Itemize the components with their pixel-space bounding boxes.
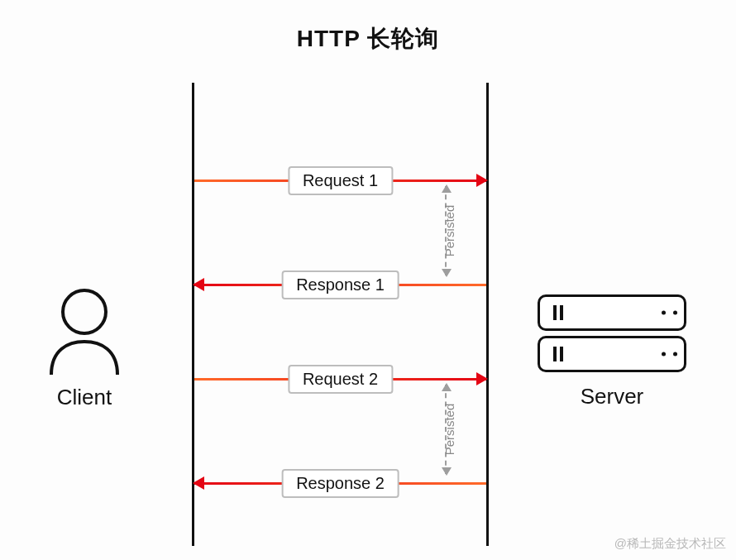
persisted-label: Persisted bbox=[442, 404, 456, 456]
client-actor: Client bbox=[43, 285, 126, 410]
persisted-indicator-2: Persisted bbox=[445, 385, 447, 474]
arrow-label: Response 1 bbox=[281, 270, 399, 299]
diagram-title: HTTP 长轮询 bbox=[0, 23, 736, 55]
user-icon bbox=[43, 285, 126, 376]
response-1-arrow: Response 1 bbox=[194, 284, 486, 286]
request-2-arrow: Request 2 bbox=[194, 378, 486, 381]
svg-point-0 bbox=[63, 290, 106, 333]
watermark: @稀土掘金技术社区 bbox=[614, 536, 726, 552]
server-lifeline bbox=[486, 83, 489, 546]
arrow-label: Response 2 bbox=[281, 469, 399, 498]
server-rack-icon bbox=[538, 336, 686, 372]
client-label: Client bbox=[43, 385, 126, 410]
arrow-label: Request 2 bbox=[288, 365, 393, 394]
persisted-label: Persisted bbox=[442, 205, 456, 257]
server-actor: Server bbox=[529, 290, 695, 409]
request-1-arrow: Request 1 bbox=[194, 179, 486, 182]
server-label: Server bbox=[529, 384, 695, 409]
persisted-indicator-1: Persisted bbox=[445, 186, 447, 275]
arrow-label: Request 1 bbox=[288, 166, 393, 195]
server-rack-icon bbox=[538, 294, 686, 331]
response-2-arrow: Response 2 bbox=[194, 482, 486, 485]
